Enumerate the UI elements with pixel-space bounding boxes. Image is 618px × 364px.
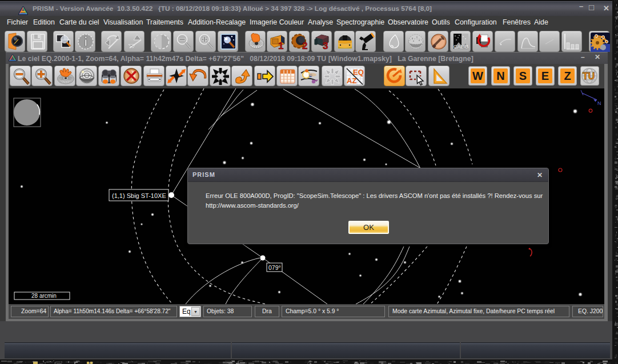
svg-text:TU: TU: [583, 71, 595, 81]
svg-text:28 arcmin: 28 arcmin: [31, 293, 57, 299]
svg-text:CALIB: CALIB: [454, 44, 468, 50]
svg-text:079°: 079°: [268, 264, 281, 271]
svg-text:N: N: [597, 100, 601, 106]
svg-text:(1,1) Sbig ST-10XE: (1,1) Sbig ST-10XE: [112, 192, 166, 199]
svg-text:1: 1: [278, 41, 283, 51]
svg-text:2: 2: [302, 41, 307, 51]
svg-text:3: 3: [323, 41, 328, 51]
